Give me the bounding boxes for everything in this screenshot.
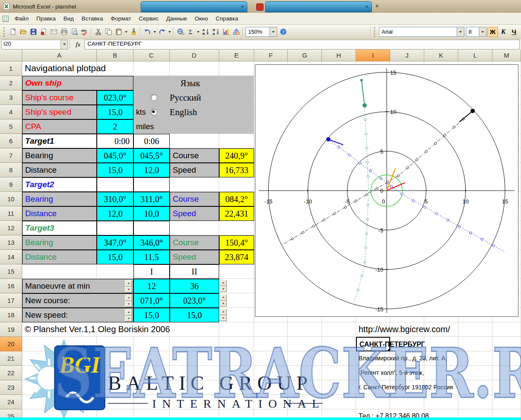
cell-E6[interactable]: [219, 134, 254, 148]
cell-A18[interactable]: New speed:: [22, 308, 133, 322]
spinner-down-button[interactable]: [125, 316, 132, 322]
cell-C13[interactable]: 346,0°: [133, 235, 170, 250]
cell-C8[interactable]: 12,0: [133, 163, 170, 177]
hyperlink-button[interactable]: [175, 27, 185, 37]
print-button[interactable]: [59, 27, 69, 37]
cell-B10[interactable]: 310,0°: [97, 192, 133, 206]
row-header-22[interactable]: 22: [0, 366, 22, 380]
zoom-combo[interactable]: 150%: [246, 27, 277, 37]
cell-D16[interactable]: 36: [170, 279, 219, 293]
cell-M24[interactable]: [492, 395, 521, 409]
name-box-dropdown[interactable]: [61, 40, 68, 49]
font-name-combo[interactable]: Arial: [379, 27, 464, 37]
cell-D14[interactable]: Speed: [170, 250, 219, 264]
tab-close-icon[interactable]: ×: [241, 4, 244, 10]
spinner-up-button[interactable]: [220, 294, 227, 301]
background-tab-2[interactable]: ×: [265, 1, 372, 12]
row-header-2[interactable]: 2: [0, 76, 22, 90]
cell-D12[interactable]: [170, 221, 219, 235]
spinner-up-button[interactable]: [220, 309, 227, 315]
cell-E12[interactable]: [219, 221, 254, 235]
cell-E7[interactable]: 240,9°: [219, 148, 254, 163]
row-header-16[interactable]: 16: [0, 279, 22, 293]
menu-item-6[interactable]: Сервис: [135, 14, 162, 23]
cell-C16[interactable]: 12: [133, 279, 170, 293]
underline-button[interactable]: Ч: [509, 27, 519, 37]
row-header-10[interactable]: 10: [0, 192, 22, 206]
cell-I22[interactable]: “Регент холл”, 5-й этаж,: [356, 366, 390, 380]
insert-function-button[interactable]: fx: [72, 41, 84, 48]
cell-D6[interactable]: [170, 134, 219, 148]
cell-D13[interactable]: Course: [170, 235, 219, 250]
column-header-C[interactable]: C: [133, 49, 170, 61]
copy-button[interactable]: [103, 27, 113, 37]
row-header-23[interactable]: 23: [0, 380, 22, 395]
sort-desc-button[interactable]: ЯА: [211, 27, 221, 37]
print-preview-button[interactable]: [69, 27, 79, 37]
row-header-24[interactable]: 24: [0, 395, 22, 409]
cell-B15[interactable]: [97, 264, 133, 279]
bold-button[interactable]: Ж: [487, 27, 498, 37]
cell-D11[interactable]: Speed: [170, 206, 219, 221]
cell-A9[interactable]: Target2: [22, 177, 97, 192]
cell-A2[interactable]: Own ship: [22, 76, 133, 90]
menu-item-8[interactable]: Окно: [191, 14, 211, 23]
spinner-down-button[interactable]: [220, 286, 227, 293]
cell-J24[interactable]: [390, 395, 424, 409]
cell-C15[interactable]: I: [133, 264, 170, 279]
cell-A6[interactable]: Target1: [22, 134, 97, 148]
cell-L20[interactable]: [458, 337, 492, 351]
cell-K24[interactable]: [424, 395, 458, 409]
cut-button[interactable]: [93, 27, 103, 37]
column-header-I[interactable]: I: [356, 49, 390, 61]
spinner-up-button[interactable]: [125, 309, 132, 316]
column-header-E[interactable]: E: [219, 49, 254, 61]
cell-C1[interactable]: [133, 61, 170, 76]
cell-B6[interactable]: 0:00: [97, 134, 133, 148]
cell-F19[interactable]: [254, 322, 288, 337]
menu-item-2[interactable]: Правка: [32, 14, 60, 23]
cell-B12[interactable]: [97, 221, 133, 235]
cell-A12[interactable]: Target3: [22, 221, 97, 235]
cell-B7[interactable]: 045,0°: [97, 148, 133, 163]
email-button[interactable]: [49, 27, 59, 37]
cell-M23[interactable]: [492, 380, 521, 395]
spinner-down-button[interactable]: [125, 287, 132, 293]
column-header-A[interactable]: A: [22, 49, 97, 61]
cell-E19[interactable]: [219, 322, 254, 337]
font-size-combo-dropdown-icon[interactable]: [479, 27, 486, 36]
row-header-15[interactable]: 15: [0, 264, 22, 279]
cell-B9[interactable]: [97, 177, 133, 192]
cell-H21[interactable]: [322, 351, 356, 366]
column-header-J[interactable]: J: [390, 49, 424, 61]
cell-A19[interactable]: © Planshet Ver.1,1 Oleg Boriskin 2006: [22, 322, 219, 337]
undo-dropdown[interactable]: [152, 27, 157, 37]
cell-L19[interactable]: [458, 322, 492, 337]
cell-E8[interactable]: 16,733: [219, 163, 254, 177]
menu-item-1[interactable]: Файл: [11, 14, 32, 23]
cell-A7[interactable]: Bearing: [22, 148, 97, 163]
cell-B4[interactable]: 15,0: [97, 105, 133, 119]
formula-input[interactable]: САНКТ-ПЕТЕРБУРГ: [84, 40, 520, 49]
row-header-18[interactable]: 18: [0, 308, 22, 322]
cell-A11[interactable]: Distance: [22, 206, 97, 221]
row-header-17[interactable]: 17: [0, 293, 22, 308]
cell-H24[interactable]: [322, 395, 356, 409]
cell-A13[interactable]: Bearing: [22, 235, 97, 250]
spinner-up-button[interactable]: [220, 280, 227, 286]
cell-I24[interactable]: [356, 395, 390, 409]
cell-E16[interactable]: [219, 279, 254, 293]
cell-E17[interactable]: [219, 293, 254, 308]
cell-C11[interactable]: 10,0: [133, 206, 170, 221]
spinner-down-button[interactable]: [220, 301, 227, 307]
font-name-combo-dropdown-icon[interactable]: [457, 27, 464, 36]
cell-D9[interactable]: [170, 177, 219, 192]
redo-button[interactable]: [157, 27, 167, 37]
cell-I19[interactable]: http://www.bgicrew.com/: [356, 322, 390, 337]
chart-wizard-button[interactable]: [221, 27, 231, 37]
italic-button[interactable]: К: [498, 27, 509, 37]
cell-K22[interactable]: [424, 366, 458, 380]
cell-C14[interactable]: 11,5: [133, 250, 170, 264]
spelling-button[interactable]: abc: [79, 27, 90, 37]
tab-close-icon[interactable]: ×: [365, 4, 368, 10]
